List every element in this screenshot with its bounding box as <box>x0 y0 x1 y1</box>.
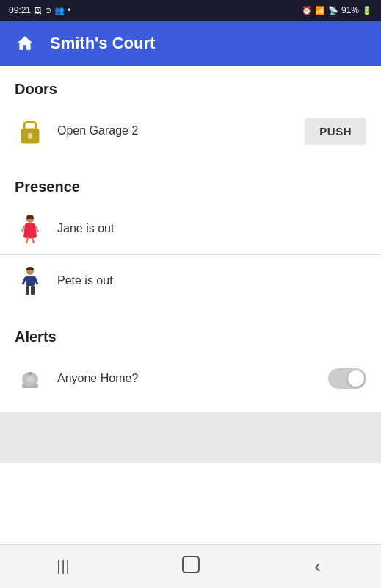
dot-icon: • <box>68 5 70 15</box>
app-title: Smith's Court <box>50 34 155 53</box>
presence-section-header: Presence <box>0 164 381 203</box>
alerts-section-header: Alerts <box>0 314 381 353</box>
svg-rect-10 <box>31 286 35 295</box>
back-button[interactable]: ‹ <box>254 545 381 588</box>
bottom-nav: ||| ‹ <box>0 544 381 588</box>
push-button[interactable]: PUSH <box>305 118 366 145</box>
doors-section: Doors Open Garage 2 PUSH <box>0 66 381 157</box>
anyone-home-item: Anyone Home? <box>0 353 381 404</box>
people-icon: 👥 <box>54 6 65 15</box>
back-icon: ‹ <box>314 555 321 578</box>
home-button[interactable] <box>127 545 254 588</box>
toggle-thumb <box>348 370 364 387</box>
svg-line-12 <box>35 277 37 284</box>
jane-icon <box>15 213 46 244</box>
svg-rect-9 <box>26 286 29 295</box>
alarm-clock-icon: ⏰ <box>302 6 312 15</box>
svg-line-5 <box>26 237 28 243</box>
status-bar: 09:21 🖼 ⊙ 👥 • ⏰ 📶 📡 91% 🔋 <box>0 0 381 21</box>
doors-section-header: Doors <box>0 66 381 105</box>
anyone-home-toggle[interactable] <box>328 368 366 389</box>
status-right: ⏰ 📶 📡 91% 🔋 <box>302 5 372 15</box>
pete-item: Pete is out <box>0 255 381 306</box>
home-icon[interactable] <box>12 30 38 57</box>
svg-rect-17 <box>183 556 199 573</box>
content-area: Doors Open Garage 2 PUSH Presence <box>0 66 381 544</box>
svg-rect-8 <box>26 276 35 286</box>
pete-icon <box>15 265 46 296</box>
svg-rect-15 <box>28 372 32 375</box>
pete-label: Pete is out <box>57 274 366 287</box>
siren-icon <box>15 363 46 394</box>
svg-point-16 <box>26 376 34 382</box>
recent-apps-icon: ||| <box>57 558 70 575</box>
status-time: 09:21 <box>9 5 31 15</box>
status-left: 09:21 🖼 ⊙ 👥 • <box>9 5 70 15</box>
svg-line-11 <box>23 277 26 284</box>
gray-area <box>0 412 381 463</box>
toggle-switch[interactable] <box>328 368 366 389</box>
wifi-icon: 📶 <box>315 6 325 15</box>
garage-door-item: Open Garage 2 PUSH <box>0 105 381 157</box>
alarm-status-icon: ⊙ <box>45 6 51 15</box>
jane-item: Jane is out <box>0 203 381 255</box>
battery-icon: 🔋 <box>362 6 372 15</box>
home-nav-icon <box>181 555 200 578</box>
garage-door-label: Open Garage 2 <box>57 124 293 137</box>
app-header: Smith's Court <box>0 21 381 66</box>
svg-rect-1 <box>28 133 32 139</box>
signal-icon: 📡 <box>328 6 338 15</box>
jane-label: Jane is out <box>57 222 366 235</box>
svg-line-6 <box>32 237 34 243</box>
alerts-section: Alerts Anyone Home? <box>0 314 381 404</box>
presence-section: Presence Jane is out <box>0 164 381 306</box>
anyone-home-label: Anyone Home? <box>57 372 316 385</box>
battery-text: 91% <box>341 5 359 15</box>
toggle-track <box>328 368 366 389</box>
lock-icon <box>15 115 46 146</box>
photo-icon: 🖼 <box>34 6 42 15</box>
recent-apps-button[interactable]: ||| <box>0 545 127 588</box>
